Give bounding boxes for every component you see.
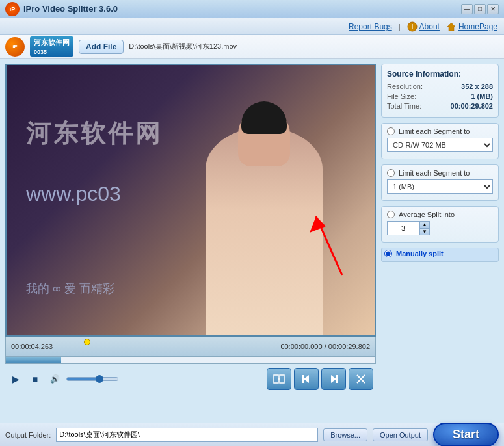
limit-cd-radio[interactable]	[387, 127, 395, 135]
segment-button[interactable]	[267, 368, 291, 390]
svg-text:i: i	[411, 23, 413, 31]
source-info-panel: Source Information: Resolution: 352 x 28…	[381, 64, 499, 118]
video-display: 河东软件网 www.pc03 我的 ∞ 爱 而精彩	[5, 64, 376, 337]
timeline-marker[interactable]	[84, 339, 90, 345]
svg-rect-5	[280, 375, 284, 383]
homepage-icon	[446, 21, 457, 32]
maximize-button[interactable]: □	[474, 4, 486, 14]
filesize-label: File Size:	[387, 92, 416, 100]
segment-icon	[272, 373, 285, 386]
average-split-spinner: ▲ ▼	[387, 221, 430, 235]
remove-split-icon	[354, 373, 367, 386]
prev-split-button[interactable]	[294, 368, 319, 390]
limit-cd-label: Limit each Segment to	[399, 127, 470, 135]
minimize-button[interactable]: —	[461, 4, 473, 14]
app-logo: iP	[5, 2, 20, 16]
about-icon: i	[407, 21, 418, 32]
totaltime-value: 00:00:29.802	[451, 102, 493, 110]
browse-button[interactable]: Browse...	[323, 428, 367, 441]
website-badge: 河东软件网 0035	[30, 36, 73, 57]
limit-mb-select[interactable]: 1 (MB)	[387, 179, 493, 194]
option-manually-split: Manually split	[381, 248, 499, 262]
controls-bar: ▶ ■ 🔊	[5, 364, 376, 394]
average-split-input-row: ▲ ▼	[387, 221, 493, 235]
svg-marker-9	[331, 375, 336, 383]
timeline-current-time: 00:00:04.263	[11, 343, 53, 350]
average-split-radio[interactable]	[387, 211, 395, 218]
progress-bar-fill	[6, 357, 61, 363]
source-info-title: Source Information:	[387, 70, 493, 79]
app-title: iPro Video Splitter 3.6.0	[23, 4, 118, 14]
remove-split-button[interactable]	[349, 368, 373, 390]
video-watermark-2: www.pc03	[26, 182, 121, 206]
title-bar: iP iPro Video Splitter 3.6.0 — □ ✕	[0, 0, 504, 18]
close-window-button[interactable]: ✕	[487, 4, 499, 14]
report-bugs-link[interactable]: Report Bugs	[349, 22, 392, 31]
person-head	[238, 108, 290, 166]
progress-bar-container[interactable]	[5, 356, 376, 364]
volume-slider[interactable]	[66, 377, 118, 381]
output-folder-label: Output Folder:	[5, 431, 51, 439]
manually-split-row: Manually split	[384, 250, 496, 257]
timeline-area[interactable]: 00:00:04.263 00:00:00.000 / 00:00:29.802	[5, 337, 376, 356]
window-controls: — □ ✕	[461, 4, 499, 14]
limit-cd-row: Limit each Segment to	[387, 127, 493, 135]
start-button[interactable]: Start	[433, 423, 499, 446]
limit-mb-row: Limit each Segment to	[387, 169, 493, 177]
next-split-button[interactable]	[321, 368, 346, 390]
add-file-button[interactable]: Add File	[79, 40, 124, 54]
main-content: 河东软件网 www.pc03 我的 ∞ 爱 而精彩 00:00:04.263 0…	[0, 59, 504, 423]
spin-down-button[interactable]: ▼	[419, 228, 430, 235]
limit-mb-radio[interactable]	[387, 169, 395, 177]
manually-split-label: Manually split	[396, 250, 444, 257]
homepage-link[interactable]: HomePage	[458, 22, 497, 31]
average-split-label: Average Split into	[399, 211, 455, 218]
volume-thumb[interactable]	[96, 375, 103, 383]
split-buttons	[267, 368, 373, 390]
limit-cd-select-row: CD-R/W 702 MB	[387, 138, 493, 152]
limit-mb-label: Limit each Segment to	[399, 169, 470, 177]
file-path-label: D:\tools\桌面\新视频\河东123.mov	[129, 42, 499, 51]
stop-button[interactable]: ■	[27, 371, 43, 387]
svg-marker-7	[304, 375, 309, 383]
filesize-row: File Size: 1 (MB)	[387, 92, 493, 100]
option-limit-cd: Limit each Segment to CD-R/W 702 MB	[381, 123, 499, 159]
person-figure	[206, 127, 323, 335]
volume-icon: 🔊	[47, 371, 62, 387]
svg-rect-4	[274, 375, 278, 383]
open-output-button[interactable]: Open Output	[373, 428, 428, 441]
logo-badge: iP	[5, 37, 25, 57]
limit-mb-select-row: 1 (MB)	[387, 179, 493, 194]
video-watermark-3: 我的 ∞ 爱 而精彩	[26, 281, 114, 296]
video-panel: 河东软件网 www.pc03 我的 ∞ 爱 而精彩 00:00:04.263 0…	[5, 64, 376, 417]
report-bar: Report Bugs | i About HomePage	[0, 18, 504, 35]
prev-split-icon	[300, 373, 313, 386]
volume-control[interactable]	[66, 377, 118, 381]
output-path-input[interactable]	[56, 428, 318, 442]
option-average-split: Average Split into ▲ ▼	[381, 206, 499, 243]
resolution-value: 352 x 288	[461, 83, 493, 90]
video-background: 河东软件网 www.pc03 我的 ∞ 爱 而精彩	[7, 65, 375, 335]
average-split-input[interactable]	[387, 221, 419, 235]
person-hair	[241, 101, 287, 134]
manually-split-radio[interactable]	[384, 250, 392, 257]
spin-up-button[interactable]: ▲	[419, 221, 430, 228]
resolution-label: Resolution:	[387, 83, 423, 90]
totaltime-label: Total Time:	[387, 102, 421, 110]
average-split-row: Average Split into	[387, 211, 493, 218]
title-bar-left: iP iPro Video Splitter 3.6.0	[5, 2, 118, 16]
right-panel: Source Information: Resolution: 352 x 28…	[381, 64, 499, 417]
option-limit-mb: Limit each Segment to 1 (MB)	[381, 164, 499, 201]
filesize-value: 1 (MB)	[471, 92, 493, 100]
play-button[interactable]: ▶	[8, 371, 23, 387]
next-split-icon	[327, 373, 340, 386]
svg-rect-10	[336, 375, 338, 383]
timeline-total-time: 00:00:00.000 / 00:00:29.802	[280, 343, 370, 350]
resolution-row: Resolution: 352 x 288	[387, 83, 493, 90]
video-watermark-1: 河东软件网	[26, 117, 163, 150]
spin-buttons: ▲ ▼	[419, 221, 430, 235]
totaltime-row: Total Time: 00:00:29.802	[387, 102, 493, 110]
about-link[interactable]: About	[419, 22, 440, 31]
limit-cd-select[interactable]: CD-R/W 702 MB	[387, 138, 493, 152]
toolbar: iP 河东软件网 0035 Add File D:\tools\桌面\新视频\河…	[0, 35, 504, 59]
